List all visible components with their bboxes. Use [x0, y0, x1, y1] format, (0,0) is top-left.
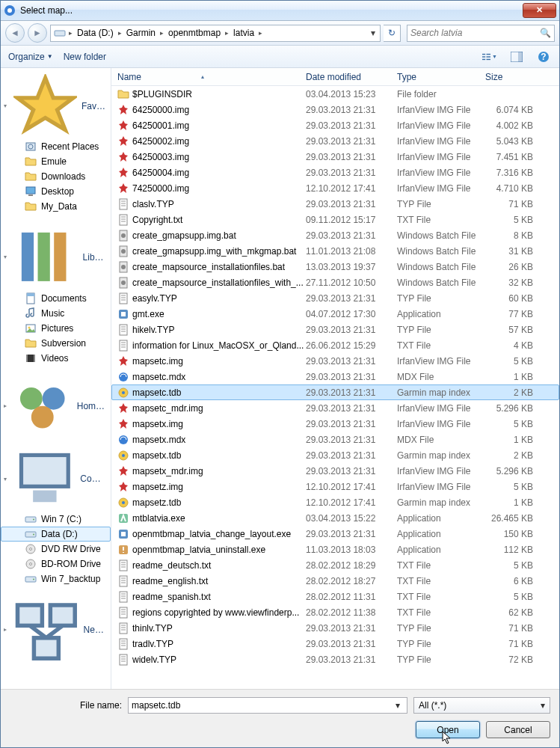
svg-marker-94	[119, 482, 128, 491]
organize-menu[interactable]: Organize▼	[8, 52, 53, 62]
nav-favorites-header[interactable]: ▾Favorites	[1, 73, 111, 139]
file-row[interactable]: 64250000.img29.03.2013 21:31IrfanView IM…	[111, 102, 559, 117]
file-row[interactable]: create_mapsource_installationfiles.bat13…	[111, 259, 559, 275]
filetype-filter[interactable]: All (*.*) ▾	[413, 697, 550, 714]
nav-item-computer[interactable]: BD-ROM Drive	[1, 557, 111, 571]
nav-item-favorites[interactable]: Emule	[1, 154, 111, 169]
file-row[interactable]: 64250001.img29.03.2013 21:31IrfanView IM…	[111, 117, 559, 133]
file-row[interactable]: create_gmapsupp.img.bat29.03.2013 21:31W…	[111, 227, 559, 243]
breadcrumb-seg[interactable]: Garmin	[125, 28, 157, 38]
column-date[interactable]: Date modified	[306, 72, 397, 82]
nav-item-computer[interactable]: Win 7 (C:)	[1, 512, 111, 527]
nav-item-libraries[interactable]: Documents	[1, 291, 111, 306]
file-row[interactable]: easylv.TYP29.03.2013 21:31TYP File60 KB	[111, 290, 559, 306]
svg-rect-20	[54, 233, 66, 281]
nav-homegroup-header[interactable]: ▸Homegroup	[1, 375, 111, 438]
file-row[interactable]: mapsetx.mdx29.03.2013 21:31MDX File1 KB	[111, 432, 559, 447]
view-options-button[interactable]: ▼	[481, 49, 498, 65]
new-folder-button[interactable]: New folder	[64, 52, 106, 62]
file-row[interactable]: mapsetc.img29.03.2013 21:31IrfanView IMG…	[111, 353, 559, 369]
help-button[interactable]: ?	[535, 49, 552, 65]
refresh-button[interactable]: ↻	[384, 25, 401, 42]
nav-item-libraries[interactable]: Pictures	[1, 321, 111, 336]
music-icon	[25, 307, 37, 319]
search-input[interactable]	[410, 28, 540, 38]
nav-item-favorites[interactable]: Downloads	[1, 169, 111, 184]
file-row[interactable]: 64250003.img29.03.2013 21:31IrfanView IM…	[111, 149, 559, 165]
file-type: TXT File	[397, 215, 485, 225]
file-row[interactable]: thinlv.TYP29.03.2013 21:31TYP File71 KB	[111, 620, 559, 636]
chevron-right-icon[interactable]: ▸	[115, 29, 125, 37]
column-type[interactable]: Type	[397, 72, 485, 82]
nav-computer-header[interactable]: ▾Computer	[1, 446, 111, 512]
nav-item-favorites[interactable]: My_Data	[1, 199, 111, 214]
back-button[interactable]: ◄	[5, 23, 25, 43]
chevron-right-icon[interactable]: ▸	[256, 29, 265, 37]
file-row[interactable]: openmtbmap_latvia_uninstall.exe11.03.201…	[111, 542, 559, 557]
file-row[interactable]: tradlv.TYP29.03.2013 21:31TYP File71 KB	[111, 636, 559, 652]
file-row[interactable]: widelv.TYP29.03.2013 21:31TYP File72 KB	[111, 652, 559, 667]
file-row[interactable]: $PLUGINSDIR03.04.2013 15:23File folder	[111, 86, 559, 102]
file-row[interactable]: mapsetz.tdb12.10.2012 17:41Garmin map in…	[111, 494, 559, 510]
file-row[interactable]: readme_deutsch.txt28.02.2012 18:29TXT Fi…	[111, 557, 559, 573]
file-row[interactable]: regions copyrighted by www.viewfinderp..…	[111, 604, 559, 620]
nav-libraries-header[interactable]: ▾Libraries	[1, 223, 111, 291]
nav-item-libraries[interactable]: Subversion	[1, 336, 111, 351]
nav-item-computer[interactable]: DVD RW Drive	[1, 542, 111, 557]
file-row[interactable]: mapsetx.tdb29.03.2013 21:31Garmin map in…	[111, 447, 559, 463]
nav-item-computer[interactable]: Data (D:)	[1, 527, 111, 542]
file-row[interactable]: create_gmapsupp.img_with_mkgmap.bat11.01…	[111, 243, 559, 259]
file-name: 64250000.img	[132, 105, 306, 115]
cancel-button[interactable]: Cancel	[486, 721, 550, 738]
file-row[interactable]: information for Linux_MacOSX_or_Qland...…	[111, 337, 559, 353]
file-type: IrfanView IMG File	[397, 120, 485, 131]
chevron-right-icon[interactable]: ▸	[157, 29, 167, 37]
file-row[interactable]: mapsetx_mdr.img29.03.2013 21:31IrfanView…	[111, 463, 559, 479]
filename-input[interactable]	[132, 700, 392, 711]
filename-combobox[interactable]: ▾	[128, 697, 407, 714]
column-name[interactable]: Name▴	[117, 72, 306, 82]
file-row[interactable]: readme_spanish.txt28.02.2012 11:31TXT Fi…	[111, 589, 559, 604]
nav-item-computer[interactable]: Win 7_backtup	[1, 571, 111, 586]
breadcrumb-seg[interactable]: openmtbmap	[167, 28, 222, 38]
file-size: 4.710 KB	[485, 183, 536, 194]
breadcrumb[interactable]: ▸ Data (D:) ▸ Garmin ▸ openmtbmap ▸ latv…	[50, 25, 381, 42]
file-row[interactable]: mapsetz.img12.10.2012 17:41IrfanView IMG…	[111, 479, 559, 494]
file-rows[interactable]: $PLUGINSDIR03.04.2013 15:23File folder64…	[111, 86, 559, 689]
file-row[interactable]: mapsetc.mdx29.03.2013 21:31MDX File1 KB	[111, 369, 559, 384]
nav-item-favorites[interactable]: Recent Places	[1, 139, 111, 154]
file-row[interactable]: 74250000.img12.10.2012 17:41IrfanView IM…	[111, 180, 559, 196]
search-icon[interactable]: 🔍	[540, 28, 551, 38]
file-row[interactable]: gmt.exe04.07.2012 17:30Application77 KB	[111, 306, 559, 322]
file-row[interactable]: create_mapsource_installationfiles_with_…	[111, 275, 559, 290]
file-row[interactable]: mtblatvia.exe03.04.2013 15:22Application…	[111, 510, 559, 526]
img-icon	[117, 183, 129, 194]
forward-button[interactable]: ►	[28, 23, 47, 43]
file-row[interactable]: mapsetx.img29.03.2013 21:31IrfanView IMG…	[111, 416, 559, 432]
file-row[interactable]: 64250004.img29.03.2013 21:31IrfanView IM…	[111, 165, 559, 180]
file-row[interactable]: mapsetc.tdb29.03.2013 21:31Garmin map in…	[111, 384, 559, 400]
breadcrumb-seg[interactable]: latvia	[232, 28, 256, 38]
file-row[interactable]: openmtbmap_latvia_change_layout.exe29.03…	[111, 526, 559, 542]
breadcrumb-dropdown[interactable]: ▾	[366, 28, 380, 38]
file-row[interactable]: readme_english.txt28.02.2012 18:27TXT Fi…	[111, 573, 559, 589]
file-row[interactable]: mapsetc_mdr.img29.03.2013 21:31IrfanView…	[111, 400, 559, 416]
open-button[interactable]: Open	[416, 721, 480, 738]
nav-item-libraries[interactable]: Music	[1, 306, 111, 321]
file-row[interactable]: Copyright.txt09.11.2012 15:17TXT File5 K…	[111, 212, 559, 227]
column-size[interactable]: Size	[485, 72, 536, 82]
close-button[interactable]: ✕	[523, 3, 556, 18]
file-size: 5 KB	[485, 356, 536, 367]
file-row[interactable]: claslv.TYP29.03.2013 21:31TYP File71 KB	[111, 196, 559, 212]
chevron-right-icon[interactable]: ▸	[222, 29, 232, 37]
nav-network-header[interactable]: ▸Network	[1, 595, 111, 664]
nav-item-favorites[interactable]: Desktop	[1, 184, 111, 199]
file-row[interactable]: 64250002.img29.03.2013 21:31IrfanView IM…	[111, 133, 559, 149]
chevron-down-icon[interactable]: ▾	[392, 700, 404, 711]
preview-pane-button[interactable]	[508, 49, 525, 65]
chevron-right-icon[interactable]: ▸	[66, 29, 76, 37]
breadcrumb-seg[interactable]: Data (D:)	[76, 28, 115, 38]
file-row[interactable]: hikelv.TYP29.03.2013 21:31TYP File57 KB	[111, 322, 559, 337]
nav-item-libraries[interactable]: Videos	[1, 351, 111, 366]
search-box[interactable]: 🔍	[407, 25, 555, 42]
